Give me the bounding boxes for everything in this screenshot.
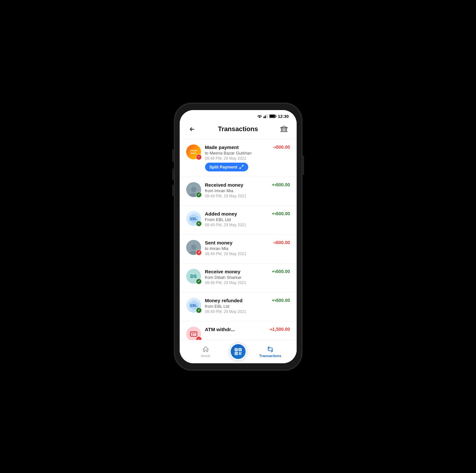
tx-amount: +৳500.00: [272, 211, 290, 217]
tx-subtitle: from Imran Mia: [205, 188, 268, 193]
avatar: ✓: [186, 182, 201, 197]
svg-rect-11: [280, 131, 288, 132]
tx-subtitle: to Meena Bazar Gulshan: [205, 151, 269, 156]
page-title: Transactions: [218, 125, 258, 133]
tx-title: Added money: [205, 211, 268, 217]
tx-title: Received money: [205, 182, 268, 188]
wifi-icon: [257, 114, 262, 118]
badge-negative: −: [196, 154, 202, 160]
svg-rect-8: [283, 128, 284, 131]
tx-info: Money refunded from EBL Ltd 08:49 PM, 29…: [205, 298, 268, 316]
svg-rect-27: [239, 349, 240, 350]
tx-amount: -৳1,500.00: [269, 327, 290, 332]
svg-rect-21: [190, 332, 197, 336]
avatar: DS ✓: [186, 269, 201, 284]
list-item: EBL + Added money From EBL Ltd 08:49 PM,…: [180, 206, 297, 235]
bank-icon: [280, 126, 288, 133]
home-icon: [202, 346, 209, 353]
status-icons: 12:30: [257, 114, 289, 119]
tx-title: Money refunded: [205, 298, 268, 303]
nav-home[interactable]: Home: [183, 346, 229, 358]
svg-text:EBL: EBL: [190, 217, 197, 221]
bank-icon-button[interactable]: [278, 123, 290, 135]
svg-rect-23: [192, 334, 193, 335]
battery-icon: [269, 114, 277, 118]
transactions-label: Transactions: [259, 354, 281, 358]
tx-title: Sent money: [205, 240, 269, 245]
qr-icon: [234, 347, 242, 356]
tx-info: Received money from Imran Mia 08:49 PM, …: [205, 182, 268, 200]
svg-rect-0: [264, 117, 264, 118]
tx-amount: -৳500.00: [273, 144, 290, 150]
svg-rect-7: [281, 128, 282, 131]
status-time: 12:30: [278, 114, 289, 119]
tx-amount: +৳500.00: [272, 182, 290, 188]
nav-transactions[interactable]: Transactions: [248, 346, 293, 358]
tx-amount: +৳500.00: [272, 298, 290, 303]
list-item: meenabazar − Made payment to Meena Bazar…: [180, 139, 297, 177]
split-payment-label: Split Payment: [210, 165, 238, 169]
status-bar: 12:30: [180, 110, 297, 121]
tx-subtitle: From EBL Ltd: [205, 217, 268, 222]
svg-rect-25: [236, 349, 237, 350]
tx-title: Receive money: [205, 269, 268, 274]
tx-amount: +৳500.00: [272, 269, 290, 274]
phone-screen: 12:30 Transactions: [180, 110, 297, 363]
volume-up-button: [172, 168, 174, 180]
avatar: EBL ✓: [186, 298, 201, 313]
svg-rect-1: [265, 116, 266, 118]
svg-point-17: [191, 244, 196, 250]
avatar: −: [186, 327, 201, 342]
svg-rect-10: [286, 128, 287, 131]
home-label: Home: [201, 354, 210, 358]
tx-title: Made payment: [205, 144, 269, 150]
list-item: ↗ Sent money to Imran Mia 08:49 PM, 29 M…: [180, 235, 297, 264]
badge-positive: +: [196, 221, 202, 227]
tx-info: Sent money to Imran Mia 08:49 PM, 29 May…: [205, 240, 269, 258]
tx-info: Receive money from Dibah Sharkar 08:49 P…: [205, 269, 268, 287]
svg-rect-9: [285, 128, 286, 131]
tx-time: 08:49 PM, 29 May 2021: [205, 309, 268, 314]
svg-rect-30: [239, 352, 240, 353]
tx-info: ATM withdr...: [205, 327, 265, 333]
split-icon: [239, 165, 244, 169]
transactions-list: meenabazar − Made payment to Meena Bazar…: [180, 139, 297, 363]
svg-rect-2: [266, 115, 267, 118]
back-button[interactable]: [186, 123, 198, 135]
signal-icon: [264, 114, 268, 118]
volume-down-button: [172, 185, 174, 196]
tx-time: 08:49 PM, 29 May 2021: [205, 223, 268, 227]
tx-info: Added money From EBL Ltd 08:49 PM, 29 Ma…: [205, 211, 268, 229]
tx-info: Made payment to Meena Bazar Gulshan 08:4…: [205, 144, 269, 171]
tx-title: ATM withdr...: [205, 327, 265, 332]
transactions-icon: [267, 346, 274, 353]
svg-point-13: [191, 187, 196, 192]
avatar: ↗: [186, 240, 201, 255]
svg-rect-12: [280, 127, 288, 128]
badge-negative: ↗: [196, 250, 202, 255]
list-item: ✓ Received money from Imran Mia 08:49 PM…: [180, 177, 297, 206]
avatar: meenabazar −: [186, 144, 201, 159]
qr-fab-button[interactable]: [229, 342, 248, 361]
svg-rect-29: [236, 353, 237, 354]
top-nav: Transactions: [180, 121, 297, 139]
avatar: EBL +: [186, 211, 201, 226]
badge-positive: ✓: [196, 192, 202, 198]
tx-subtitle: from Dibah Sharkar: [205, 275, 268, 280]
split-payment-button[interactable]: Split Payment: [205, 163, 249, 171]
tx-time: 08:49 PM, 29 May 2021: [205, 194, 268, 198]
tx-time: 08:49 PM, 29 May 2021: [205, 280, 268, 285]
svg-rect-3: [267, 114, 268, 118]
tx-time: 08:49 PM, 29 May 2021: [205, 156, 269, 161]
svg-text:EBL: EBL: [190, 304, 197, 307]
phone-outer: 12:30 Transactions: [175, 104, 302, 370]
tx-time: 08:49 PM, 29 May 2021: [205, 252, 269, 256]
tx-amount: -৳500.00: [273, 240, 290, 245]
tx-subtitle: to Imran Mia: [205, 246, 269, 251]
svg-rect-6: [270, 115, 275, 118]
svg-rect-33: [240, 354, 241, 355]
badge-positive: ✓: [196, 279, 202, 284]
svg-rect-32: [239, 354, 240, 355]
badge-positive: ✓: [196, 307, 202, 313]
qr-fab-inner: [231, 344, 246, 359]
